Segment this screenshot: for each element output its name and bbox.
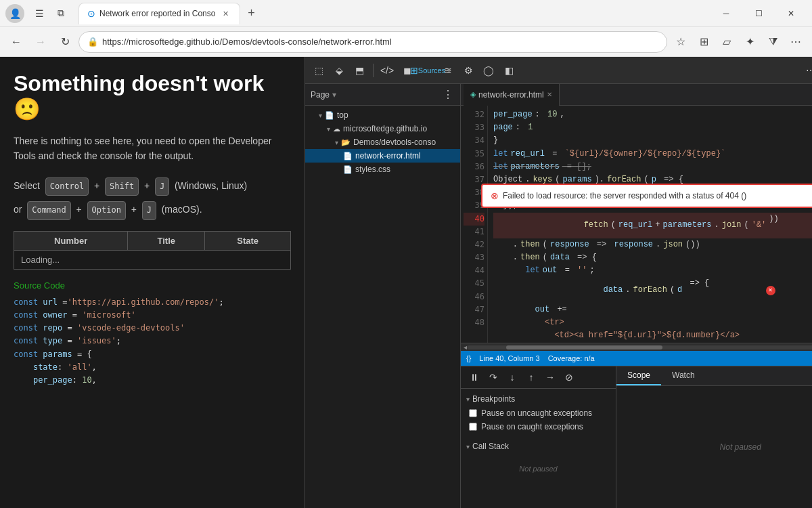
keyboard-hint-mac: or Command + Option + J (macOS). xyxy=(14,201,291,220)
call-stack-not-paused: Not paused xyxy=(461,454,616,484)
call-stack-header[interactable]: ▾ Call Stack xyxy=(461,439,616,454)
tree-label: network-error.html xyxy=(355,151,421,161)
devtools-toolbar: ⬚ ⬙ ⬒ </> ◼ ⊞ Sources ≋ ⚙ ◯ ◧ ⋯ ? ✕ xyxy=(305,57,812,84)
code-line-43: let out = ''; xyxy=(493,264,812,277)
page-heading: Something doesn't work 🙁 xyxy=(14,70,291,123)
loading-row: Loading... xyxy=(14,250,291,269)
html-file-icon: ◈ xyxy=(470,90,476,99)
nav-right-buttons: ☆ ⊞ ▱ ✦ ⧩ ⋯ xyxy=(670,31,807,53)
deactivate-breakpoints-button[interactable]: ⊘ xyxy=(561,369,577,385)
sidebar-toggle-button[interactable]: ☰ xyxy=(30,4,49,23)
step-out-button[interactable]: ↑ xyxy=(523,369,539,385)
scope-not-paused: Not paused xyxy=(616,386,812,508)
code-line-48: <td>${d.title}</td> xyxy=(493,342,812,343)
code-line-40: fetch(req_url+parameters.join('&')) ✕ xyxy=(493,213,812,238)
code-tab-network-error[interactable]: ◈ network-error.html ✕ xyxy=(464,84,560,106)
tree-item-styles[interactable]: 📄 styles.css xyxy=(305,163,460,176)
device-mode-button[interactable]: ⬙ xyxy=(330,61,348,80)
more-button[interactable]: ⋯ xyxy=(785,31,807,53)
key-option: Option xyxy=(87,201,126,220)
network-button[interactable]: ≋ xyxy=(438,61,457,80)
format-button[interactable]: {} xyxy=(466,354,471,362)
code-tab-close[interactable]: ✕ xyxy=(547,91,552,98)
breakpoints-header[interactable]: ▾ Breakpoints xyxy=(461,391,616,406)
devtools-body: Page ▾ ⋮ ▾ 📄 top xyxy=(305,84,812,508)
inspect-element-button[interactable]: ⬚ xyxy=(309,61,328,80)
step-button[interactable]: → xyxy=(542,369,558,385)
tree-label: microsoftedge.github.io xyxy=(343,124,427,133)
console-button[interactable]: ⬒ xyxy=(350,61,369,80)
code-line-33: page: 1 xyxy=(493,121,812,134)
code-line-35: let req_url = `${url}/${owner}/${repo}/$… xyxy=(493,148,812,161)
horizontal-scrollbar[interactable]: ◂ ▸ xyxy=(461,343,812,351)
tab-title: Network error reported in Conso xyxy=(99,9,215,18)
active-tab[interactable]: ⊙ Network error reported in Conso ✕ xyxy=(78,3,240,24)
pause-caught-item: Pause on caught exceptions xyxy=(461,420,616,433)
minimize-button[interactable]: ─ xyxy=(710,3,742,24)
profile-button[interactable]: 👤 xyxy=(5,4,24,23)
tree-item-domain[interactable]: ▾ ☁ microsoftedge.github.io xyxy=(305,122,460,135)
dropdown-icon: ▾ xyxy=(332,90,336,100)
source-code-block: const url ='https://api.github.com/repos… xyxy=(14,296,291,387)
watch-tab[interactable]: Watch xyxy=(661,366,706,385)
memory-button[interactable]: ◯ xyxy=(479,61,498,80)
file-tree-header: Page ▾ ⋮ xyxy=(305,84,460,106)
tree-label: styles.css xyxy=(355,165,390,174)
chevron-icon: ▾ xyxy=(327,125,330,133)
step-into-button[interactable]: ↓ xyxy=(504,369,520,385)
breakpoints-label: Breakpoints xyxy=(472,394,515,404)
forward-button[interactable]: → xyxy=(30,31,51,53)
back-button[interactable]: ← xyxy=(5,31,27,53)
code-line-47: <td><a href="${d.url}">${d.number}</a> xyxy=(493,329,812,342)
page-label: Page xyxy=(311,90,330,100)
copilot-button[interactable]: ✦ xyxy=(739,31,761,53)
application-button[interactable]: ◧ xyxy=(499,61,518,80)
h-scroll-track[interactable] xyxy=(467,345,812,350)
code-tab-label: network-error.html xyxy=(478,90,544,100)
close-button[interactable]: ✕ xyxy=(775,3,807,24)
split-view-button[interactable]: ▱ xyxy=(716,31,738,53)
scope-panel: Scope Watch Not paused xyxy=(616,366,812,508)
code-line-41: .then(response => response.json()) xyxy=(493,238,812,251)
devtools-more-button[interactable]: ⋯ xyxy=(801,61,812,80)
collections-button[interactable]: ⊞ xyxy=(693,31,715,53)
bottom-panel: ⏸ ↷ ↓ ↑ → ⊘ ▾ Breakpoints xyxy=(461,366,812,508)
sources-button[interactable]: ⊞ Sources xyxy=(418,61,437,80)
favorites-button[interactable]: ☆ xyxy=(670,31,692,53)
toolbar-separator xyxy=(373,64,374,77)
new-tab-button[interactable]: + xyxy=(242,4,261,23)
scope-tab[interactable]: Scope xyxy=(616,366,661,385)
tree-item-network-error[interactable]: 📄 network-error.html xyxy=(305,149,460,163)
select-text: Select xyxy=(14,180,40,191)
code-line-46: <tr> xyxy=(493,316,812,329)
performance-button[interactable]: ⚙ xyxy=(459,61,478,80)
elements-button[interactable]: </> xyxy=(378,61,397,80)
pause-caught-checkbox[interactable] xyxy=(469,423,477,431)
refresh-button[interactable]: ↻ xyxy=(54,31,76,53)
folder-open-icon: 📂 xyxy=(341,138,351,147)
code-content: per_page: 10, page: 1 } let req_url = `$… xyxy=(488,106,812,343)
tab-grid-button[interactable]: ⧉ xyxy=(51,4,70,23)
css-file-icon: 📄 xyxy=(343,165,353,174)
address-text: https://microsoftedge.github.io/Demos/de… xyxy=(102,37,658,47)
tab-close-button[interactable]: ✕ xyxy=(219,7,231,20)
step-over-button[interactable]: ↷ xyxy=(485,369,501,385)
address-bar[interactable]: 🔒 https://microsoftedge.github.io/Demos/… xyxy=(78,31,667,53)
extensions-button[interactable]: ⧩ xyxy=(762,31,784,53)
pause-uncaught-checkbox[interactable] xyxy=(469,409,477,417)
lock-icon: 🔒 xyxy=(87,37,98,47)
keyboard-hint: Select Control + Shift + J (Windows, Lin… xyxy=(14,177,291,196)
tree-item-top[interactable]: ▾ 📄 top xyxy=(305,108,460,122)
file-tree-more-button[interactable]: ⋮ xyxy=(441,88,455,102)
tree-item-demos[interactable]: ▾ 📂 Demos/devtools-conso xyxy=(305,135,460,149)
devtools-panel: ⬚ ⬙ ⬒ </> ◼ ⊞ Sources ≋ ⚙ ◯ ◧ ⋯ ? ✕ xyxy=(304,57,812,508)
h-scroll-thumb[interactable] xyxy=(506,345,662,350)
browser-window: 👤 ☰ ⧉ ⊙ Network error reported in Conso … xyxy=(0,0,812,508)
pause-button[interactable]: ⏸ xyxy=(466,369,482,385)
coverage: Coverage: n/a xyxy=(548,354,595,362)
code-status-bar: {} Line 40, Column 3 Coverage: n/a ⊞ xyxy=(461,351,812,366)
title-bar: 👤 ☰ ⧉ ⊙ Network error reported in Conso … xyxy=(0,0,812,27)
maximize-button[interactable]: ☐ xyxy=(743,3,774,24)
col-number: Number xyxy=(14,231,128,250)
code-line-34: } xyxy=(493,134,812,147)
